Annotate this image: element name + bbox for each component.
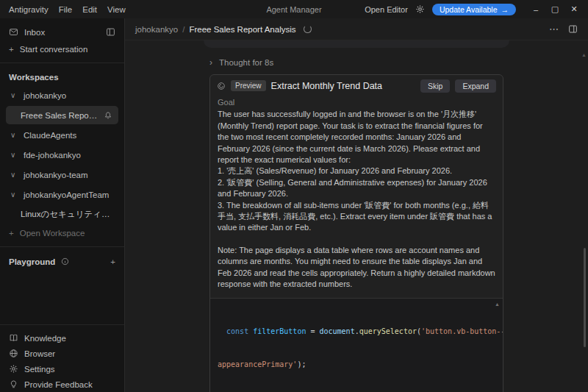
chat-scroll-area: › Thought for 8s Preview: [125, 40, 588, 392]
gear-icon: [9, 364, 18, 374]
goal-section: Goal The user has successfully logged in…: [210, 96, 503, 298]
goal-label: Goal: [218, 97, 495, 108]
code-line: appearancePrimary');: [218, 359, 492, 370]
conversation-header: johokankyo / Freee Sales Report Analysis…: [125, 18, 588, 40]
sidebar-item-provide-feedback[interactable]: Provide Feedback: [0, 377, 124, 392]
inbox-label: Inbox: [24, 28, 100, 37]
breadcrumb-workspace[interactable]: johokankyo: [135, 25, 178, 34]
expand-button[interactable]: Expand: [455, 79, 496, 93]
sidebar-divider: [0, 63, 124, 63]
menu-antigravity[interactable]: Antigravity: [6, 5, 54, 14]
previous-message-partial: [204, 40, 509, 48]
task-card-header: Preview Extract Monthly Trend Data Skip …: [210, 75, 503, 96]
playground-header: Playground +: [0, 252, 124, 271]
goal-item: 2. '販管費' (Selling, General and Administr…: [218, 177, 495, 200]
plus-icon: +: [9, 229, 14, 238]
goal-item: 3. The breakdown of all sub-items under …: [218, 200, 495, 234]
inbox-icon: [9, 27, 18, 37]
add-playground-button[interactable]: +: [110, 257, 115, 266]
sidebar-item-open-workspace[interactable]: + Open Workspace: [0, 224, 124, 241]
goal-item: 1. '売上高' (Sales/Revenue) for January 202…: [218, 165, 495, 177]
more-options-button[interactable]: ⋯: [549, 24, 559, 35]
card-inner-scrollbar[interactable]: ▲ ▼: [494, 302, 501, 392]
start-conversation-label: Start conversation: [20, 45, 88, 54]
panel-toggle-icon[interactable]: [106, 27, 115, 37]
globe-icon: [9, 349, 18, 358]
sidebar-workspace-claudeagents[interactable]: ∨ ClaudeAgents: [0, 125, 124, 145]
page-scroll-up-icon[interactable]: ▲: [581, 52, 587, 57]
breadcrumb-separator: /: [182, 25, 184, 34]
goal-note: Note: The page displays a data table whe…: [218, 245, 495, 291]
agent-swirl-icon: [217, 82, 226, 90]
scroll-up-icon[interactable]: ▲: [495, 302, 500, 307]
workspaces-header: Workspaces: [0, 68, 124, 85]
sidebar-item-knowledge[interactable]: Knowledge: [0, 330, 124, 346]
task-title: Extract Monthly Trend Data: [271, 81, 415, 91]
app-window: Antigravity File Edit View Agent Manager…: [0, 0, 588, 392]
minimize-button[interactable]: –: [528, 5, 544, 14]
sidebar-item-settings[interactable]: Settings: [0, 361, 124, 377]
sidebar: Inbox + Start conversation Workspaces ∨ …: [0, 18, 125, 392]
code-block: const filterButton = document.querySelec…: [218, 304, 492, 392]
sidebar-workspace-johokankyo[interactable]: ∨ johokankyo: [0, 85, 124, 105]
main-panel: johokankyo / Freee Sales Report Analysis…: [125, 18, 588, 392]
chevron-down-icon: ∨: [10, 91, 18, 99]
menu-file[interactable]: File: [54, 5, 78, 14]
chevron-down-icon: ∨: [10, 151, 18, 159]
plus-icon: +: [9, 45, 14, 54]
sidebar-workspace-johokankyo-team[interactable]: ∨ johokankyo-team: [0, 165, 124, 185]
lightbulb-icon: [9, 379, 18, 389]
chevron-down-icon: ∨: [10, 171, 18, 179]
sidebar-item-start-conversation[interactable]: + Start conversation: [0, 40, 124, 57]
panel-right-toggle-icon[interactable]: [568, 24, 578, 34]
permission-section: const filterButton = document.querySelec…: [210, 298, 503, 392]
thought-toggle[interactable]: › Thought for 8s: [209, 57, 509, 68]
titlebar: Antigravity File Edit View Agent Manager…: [0, 0, 588, 18]
update-available-button[interactable]: Update Available →: [432, 4, 516, 15]
sidebar-item-inbox[interactable]: Inbox: [0, 24, 124, 40]
info-icon: [61, 257, 69, 266]
sidebar-divider: [0, 246, 124, 247]
book-icon: [9, 333, 18, 343]
bell-icon[interactable]: [104, 111, 112, 120]
close-button[interactable]: ✕: [566, 4, 582, 14]
code-line: const filterButton = document.querySelec…: [218, 326, 492, 337]
goal-intro: The user has successfully logged in and …: [218, 109, 495, 165]
chevron-down-icon: ∨: [10, 190, 18, 199]
arrow-right-icon: →: [501, 5, 509, 14]
menu-view[interactable]: View: [102, 5, 131, 14]
task-card: Preview Extract Monthly Trend Data Skip …: [209, 74, 503, 392]
page-scrollbar-thumb[interactable]: [584, 248, 586, 347]
skip-button[interactable]: Skip: [420, 79, 450, 93]
sidebar-conversation-freee-sales[interactable]: Freee Sales Report Analysis: [6, 106, 118, 124]
sidebar-divider: [0, 324, 124, 325]
chevron-down-icon: ∨: [10, 131, 18, 139]
sidebar-workspace-johokankyo-agentteam[interactable]: ∨ johokankyoAgentTeam: [0, 185, 124, 204]
breadcrumb-title: Freee Sales Report Analysis: [189, 25, 295, 34]
chevron-right-icon: ›: [209, 57, 212, 68]
preview-badge: Preview: [231, 80, 266, 91]
sidebar-item-browser[interactable]: Browser: [0, 346, 124, 361]
sidebar-workspace-fde-johokankyo[interactable]: ∨ fde-johokankyo: [0, 145, 124, 165]
sidebar-conversation-linux-security[interactable]: Linuxのセキュリティのトレ: [6, 205, 118, 224]
loading-spinner-icon: [304, 25, 312, 33]
maximize-button[interactable]: ▢: [547, 4, 563, 14]
menu-edit[interactable]: Edit: [77, 5, 102, 14]
gear-icon[interactable]: [415, 4, 425, 14]
open-editor-button[interactable]: Open Editor: [365, 5, 408, 14]
